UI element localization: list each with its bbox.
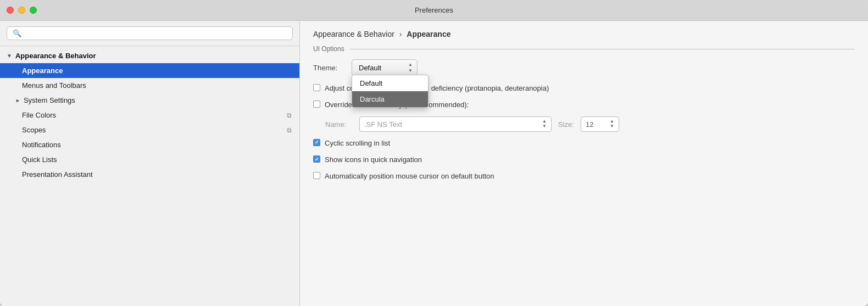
checkbox-show-icons[interactable]: [313, 155, 320, 163]
font-name-label: Name:: [325, 120, 353, 129]
checkbox-cyclic[interactable]: [313, 139, 320, 146]
search-icon: 🔍: [13, 29, 21, 37]
theme-option-darcula[interactable]: Darcula: [352, 91, 428, 107]
sidebar-item-file-colors[interactable]: File Colors ⧉: [0, 108, 299, 123]
search-input[interactable]: [25, 29, 287, 37]
search-input-wrapper[interactable]: 🔍: [7, 26, 293, 40]
sidebar-list: ▼ Appearance & Behavior Appearance Menus…: [0, 46, 299, 306]
section-divider-line: [350, 49, 855, 49]
breadcrumb: Appearance & Behavior › Appearance: [313, 30, 855, 38]
theme-row: Theme: Default ▲ ▼ Default Darcul: [313, 59, 855, 76]
checkbox-auto-mouse-label: Automatically position mouse cursor on d…: [325, 171, 494, 181]
font-size-field[interactable]: 12 ▲ ▼: [581, 116, 619, 132]
sidebar-item-appearance-label: Appearance: [22, 66, 63, 75]
section-header-label: Appearance & Behavior: [15, 52, 96, 60]
theme-button[interactable]: Default ▲ ▼: [352, 59, 418, 76]
sidebar: 🔍 ▼ Appearance & Behavior Appearance Men…: [0, 21, 300, 306]
font-size-value: 12: [586, 120, 593, 129]
checkbox-auto-mouse[interactable]: [313, 172, 320, 179]
font-size-label: Size:: [558, 120, 574, 129]
sidebar-item-presentation-assistant-label: Presentation Assistant: [22, 170, 93, 179]
theme-dropdown-menu: Default Darcula: [352, 75, 429, 108]
checkbox-cyclic-label: Cyclic scrolling in list: [325, 138, 390, 148]
main-content: 🔍 ▼ Appearance & Behavior Appearance Men…: [0, 21, 868, 306]
section-divider: UI Options: [300, 45, 868, 59]
titlebar: Preferences: [0, 0, 868, 21]
font-size-spinner-icon: ▲ ▼: [610, 119, 614, 129]
section-label: UI Options: [313, 45, 344, 53]
sidebar-item-scopes[interactable]: Scopes ⧉: [0, 123, 299, 137]
theme-label: Theme:: [313, 64, 346, 72]
checkbox-cyclic-row: Cyclic scrolling in list: [313, 138, 855, 148]
scopes-copy-icon: ⧉: [285, 126, 293, 134]
sidebar-item-presentation-assistant[interactable]: Presentation Assistant: [0, 167, 299, 182]
breadcrumb-page: Appearance: [407, 30, 450, 38]
theme-option-default[interactable]: Default: [352, 75, 428, 91]
window-title: Preferences: [415, 6, 453, 14]
close-button[interactable]: [7, 7, 14, 14]
sidebar-item-menus-toolbars-label: Menus and Toolbars: [22, 81, 86, 90]
breadcrumb-section: Appearance & Behavior: [313, 30, 394, 38]
sidebar-item-scopes-label: Scopes: [22, 126, 46, 134]
sidebar-item-notifications[interactable]: Notifications: [0, 137, 299, 152]
font-name-field[interactable]: .SF NS Text ▲ ▼: [359, 116, 552, 132]
maximize-button[interactable]: [30, 7, 37, 14]
sidebar-item-system-settings-label: System Settings: [24, 96, 75, 104]
breadcrumb-separator: ›: [399, 30, 402, 38]
content-pane: Appearance & Behavior › Appearance UI Op…: [300, 21, 868, 306]
sidebar-item-quick-lists[interactable]: Quick Lists: [0, 152, 299, 167]
minimize-button[interactable]: [18, 7, 25, 14]
sidebar-item-menus-toolbars[interactable]: Menus and Toolbars: [0, 78, 299, 93]
checkbox-override[interactable]: [313, 101, 320, 108]
checkbox-adjust[interactable]: [313, 84, 320, 91]
checkbox-show-icons-row: Show icons in quick navigation: [313, 155, 855, 165]
font-row: Name: .SF NS Text ▲ ▼ Size: 12 ▲ ▼: [313, 116, 855, 132]
sidebar-item-notifications-label: Notifications: [22, 141, 61, 149]
sidebar-item-quick-lists-label: Quick Lists: [22, 155, 57, 164]
checkbox-auto-mouse-row: Automatically position mouse cursor on d…: [313, 171, 855, 181]
search-bar: 🔍: [0, 21, 299, 46]
sidebar-item-system-settings[interactable]: ► System Settings: [0, 93, 299, 108]
theme-value: Default: [359, 64, 381, 72]
theme-dropdown: Default ▲ ▼ Default Darcula: [352, 59, 418, 76]
font-name-spinner-icon: ▲ ▼: [542, 119, 547, 129]
font-name-value: .SF NS Text: [364, 120, 402, 129]
sidebar-item-file-colors-label: File Colors: [22, 111, 56, 119]
theme-spinner-icon: ▲ ▼: [408, 62, 413, 73]
window-controls: [7, 7, 37, 14]
content-body: Theme: Default ▲ ▼ Default Darcul: [300, 59, 868, 182]
checkbox-show-icons-label: Show icons in quick navigation: [325, 155, 422, 165]
section-collapse-arrow: ▼: [7, 53, 12, 59]
sidebar-item-appearance[interactable]: Appearance: [0, 63, 299, 78]
file-colors-copy-icon: ⧉: [285, 112, 293, 119]
content-header: Appearance & Behavior › Appearance: [300, 21, 868, 45]
sidebar-section-header[interactable]: ▼ Appearance & Behavior: [0, 48, 299, 63]
preferences-window: Preferences 🔍 ▼ Appearance & Behavior Ap…: [0, 0, 868, 306]
system-settings-arrow-icon: ►: [15, 98, 20, 103]
